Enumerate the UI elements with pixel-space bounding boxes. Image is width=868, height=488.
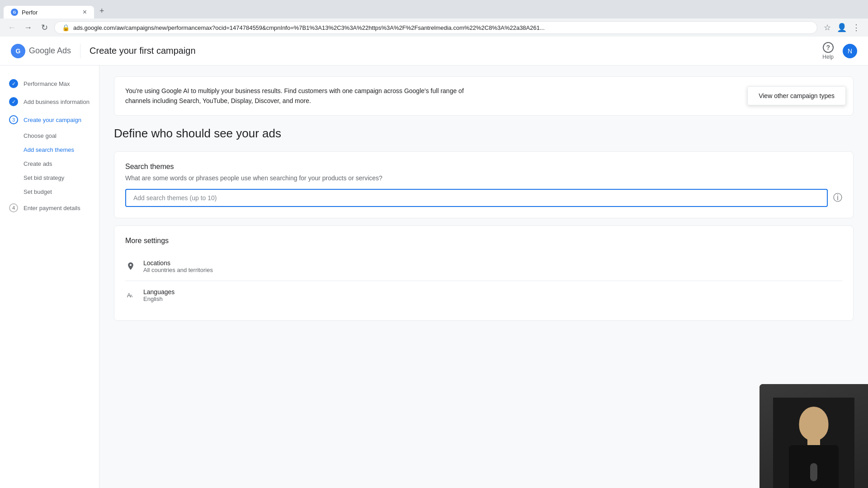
step-icon-performance-max: ✓ [9,79,18,88]
google-ads-logo: G Google Ads [11,44,71,58]
bookmark-button[interactable]: ☆ [821,21,834,34]
sidebar-label-create-campaign: Create your campaign [24,117,81,123]
view-other-campaign-types-button[interactable]: View other campaign types [747,86,846,105]
logo-text: Google Ads [29,46,71,56]
video-placeholder [760,384,868,488]
video-overlay [760,384,868,488]
sidebar-item-add-business-information[interactable]: ✓ Add business information [0,93,99,111]
browser-tab-active[interactable]: G Perfor × [4,6,94,19]
sidebar-label-add-business: Add business information [24,99,90,105]
app-wrapper: G Google Ads Create your first campaign … [0,37,868,488]
languages-content: Languages English [143,288,842,302]
more-settings-title: More settings [125,237,842,245]
sidebar-item-performance-max[interactable]: ✓ Performance Max [0,75,99,93]
header-divider [80,44,80,58]
sidebar-label-performance-max: Performance Max [24,80,70,87]
sidebar-label-payment-details: Enter payment details [24,205,80,211]
extensions-button[interactable]: ⋮ [850,21,863,34]
lock-icon: 🔒 [62,24,70,31]
help-label: Help [822,54,834,60]
new-tab-button[interactable]: + [94,4,110,19]
sidebar-item-enter-payment-details[interactable]: 4 Enter payment details [0,199,99,217]
browser-toolbar: ← → ↻ 🔒 ads.google.com/aw/campaigns/new/… [0,19,868,37]
search-themes-input[interactable] [133,194,820,202]
app-header: G Google Ads Create your first campaign … [0,37,868,66]
google-ads-logo-icon: G [11,44,25,58]
sidebar: ✓ Performance Max ✓ Add business informa… [0,66,99,488]
profile-button[interactable]: 👤 [835,21,848,34]
search-themes-help-icon[interactable]: ⓘ [833,192,842,204]
info-banner: You're using Google AI to multiply your … [114,76,854,116]
sidebar-sub-item-create-ads[interactable]: Create ads [0,157,99,171]
languages-row[interactable]: A A Languages English [125,281,842,310]
help-icon: ? [823,42,834,53]
address-bar[interactable]: 🔒 ads.google.com/aw/campaigns/new/perfor… [54,21,817,34]
url-text: ads.google.com/aw/campaigns/new/performa… [73,24,810,31]
search-themes-card: Search themes What are some words or phr… [114,151,854,218]
reload-button[interactable]: ↻ [38,21,51,34]
main-content: You're using Google AI to multiply your … [99,66,868,488]
step-icon-payment-details: 4 [9,203,18,212]
tab-favicon: G [11,9,18,16]
forward-button[interactable]: → [22,21,34,34]
content-wrapper: ✓ Performance Max ✓ Add business informa… [0,66,868,488]
help-button[interactable]: ? Help [822,42,834,60]
avatar[interactable]: N [843,44,857,58]
svg-text:G: G [16,47,21,55]
back-button[interactable]: ← [5,21,18,34]
svg-text:A: A [130,294,133,298]
browser-tabs: G Perfor × + [0,4,868,19]
sidebar-sub-item-set-budget[interactable]: Set budget [0,185,99,199]
sidebar-sub-item-set-bid-strategy[interactable]: Set bid strategy [0,171,99,185]
more-settings-card: More settings Locations All countries an… [114,225,854,321]
toolbar-actions: ☆ 👤 ⋮ [821,21,863,34]
locations-row[interactable]: Locations All countries and territories [125,252,842,281]
sidebar-sub-item-choose-goal[interactable]: Choose goal [0,129,99,143]
info-banner-text: You're using Google AI to multiply your … [125,86,487,106]
step-icon-create-campaign: 3 [9,115,18,124]
sidebar-sub-item-add-search-themes[interactable]: Add search themes [0,143,99,157]
languages-title: Languages [143,288,842,296]
page-title: Create your first campaign [90,46,196,56]
locations-value: All countries and territories [143,267,842,273]
search-themes-title: Search themes [125,163,842,171]
locations-content: Locations All countries and territories [143,259,842,273]
browser-chrome: G Perfor × + ← → ↻ 🔒 ads.google.com/aw/c… [0,0,868,37]
languages-icon: A A [125,290,136,300]
location-pin-icon [125,261,136,272]
search-themes-subtitle: What are some words or phrases people us… [125,174,842,182]
tab-title: Perfor [22,9,38,16]
tab-close-button[interactable]: × [83,9,87,16]
sidebar-item-create-campaign[interactable]: 3 Create your campaign [0,111,99,129]
locations-title: Locations [143,259,842,267]
step-icon-add-business: ✓ [9,97,18,106]
section-header: Define who should see your ads [114,127,854,141]
languages-value: English [143,296,842,302]
search-themes-input-wrapper [125,189,828,207]
